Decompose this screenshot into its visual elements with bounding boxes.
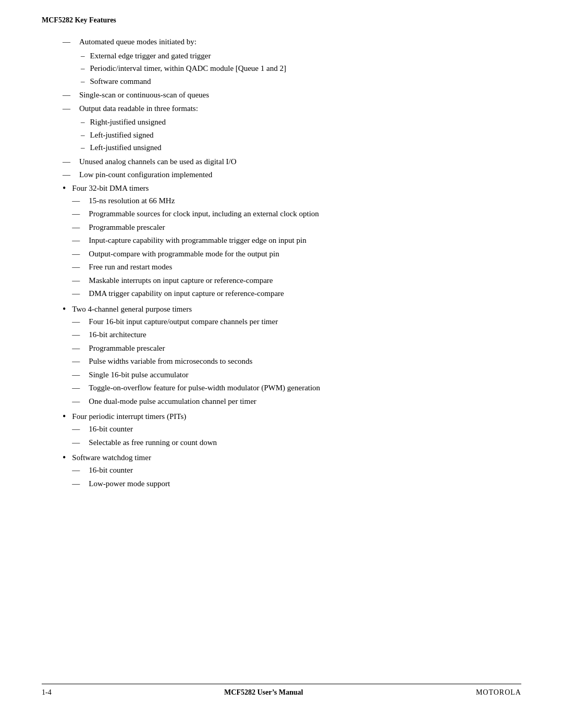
main-content: — Automated queue modes initiated by: – … [42,34,521,684]
item-text: Left-justified unsigned [90,142,162,154]
item-text: Maskable interrupts on input capture or … [89,275,273,287]
item-text: Automated queue modes initiated by: [79,36,197,48]
item-text: Pulse widths variable from microseconds … [89,355,252,367]
item-text: Programmable prescaler [89,342,165,354]
em-dash-icon: — [72,396,83,408]
page-footer: 1-4 MCF5282 User’s Manual MOTOROLA [42,684,521,697]
queue-sub-list: – External edge trigger and gated trigge… [81,50,521,88]
list-item: — Selectable as free running or count do… [72,437,521,449]
item-text: Programmable prescaler [89,221,165,233]
list-item: — Programmable sources for clock input, … [72,208,521,220]
item-text: Free run and restart modes [89,261,172,273]
item-text: 16-bit counter [89,464,133,476]
em-dash-icon: — [72,342,83,354]
list-item: — Output data readable in three formats: [63,103,521,115]
bullet-content: Two 4-channel general purpose timers — F… [72,305,521,410]
list-item: — Low-power mode support [72,478,521,490]
sub-dash-icon: – [81,76,85,88]
item-text: One dual-mode pulse accumulation channel… [89,396,256,408]
list-item: — Four 16-bit input capture/output compa… [72,316,521,328]
footer-document-title: MCF5282 User’s Manual [224,688,303,697]
header-title: MCF5282 Key Features [42,16,116,24]
list-item: — Low pin-count configuration implemente… [63,169,521,181]
list-item: — Programmable prescaler [72,342,521,354]
analog-list: — Unused analog channels can be used as … [63,156,521,181]
item-text: Periodic/interval timer, within QADC mod… [90,63,286,75]
sub-dash-icon: – [81,50,85,62]
list-item: — 15-ns resolution at 66 MHz [72,195,521,207]
item-text: Right-justified unsigned [90,116,166,128]
item-text: 15-ns resolution at 66 MHz [89,195,175,207]
item-text: Single-scan or continuous-scan of queues [79,89,209,101]
em-dash-icon: — [63,156,74,168]
list-item: — 16-bit architecture [72,329,521,341]
list-item: – Software command [81,76,521,88]
em-dash-icon: — [72,261,83,273]
list-item: – Right-justified unsigned [81,116,521,128]
dma-sub-list: — 15-ns resolution at 66 MHz — Programma… [72,195,521,300]
gpt-sub-list: — Four 16-bit input capture/output compa… [72,316,521,408]
list-item: — 16-bit counter [72,464,521,476]
item-text: DMA trigger capability on input capture … [89,288,284,300]
list-item: — Maskable interrupts on input capture o… [72,275,521,287]
item-text: Unused analog channels can be used as di… [79,156,237,168]
item-text: Output-compare with programmable mode fo… [89,248,279,260]
scan-list: — Single-scan or continuous-scan of queu… [63,89,521,114]
bullet-icon: • [63,183,66,194]
bullet-icon: • [63,452,66,463]
list-item: – Periodic/interval timer, within QADC m… [81,63,521,75]
bullet-label: Four periodic interrupt timers (PITs) [72,412,186,421]
list-item: – Left-justified unsigned [81,142,521,154]
em-dash-icon: — [72,478,83,490]
dma-timers-section: • Four 32-bit DMA timers — 15-ns resolut… [63,184,521,302]
list-item: — One dual-mode pulse accumulation chann… [72,396,521,408]
sub-dash-icon: – [81,129,85,141]
em-dash-icon: — [72,329,83,341]
sub-dash-icon: – [81,63,85,75]
em-dash-icon: — [72,382,83,394]
em-dash-icon: — [72,437,83,449]
item-text: Left-justified signed [90,129,154,141]
footer-brand: MOTOROLA [476,688,521,697]
em-dash-icon: — [63,103,74,115]
watchdog-section: • Software watchdog timer — 16-bit count… [63,453,521,491]
sub-dash-icon: – [81,142,85,154]
item-text: Single 16-bit pulse accumulator [89,369,188,381]
item-text: Four 16-bit input capture/output compare… [89,316,278,328]
em-dash-icon: — [72,221,83,233]
list-item: — Free run and restart modes [72,261,521,273]
pit-sub-list: — 16-bit counter — Selectable as free ru… [72,423,521,448]
automated-queue-section: — Automated queue modes initiated by: [63,36,521,48]
list-item: – External edge trigger and gated trigge… [81,50,521,62]
em-dash-icon: — [72,275,83,287]
bullet-icon: • [63,304,66,315]
page: MCF5282 Key Features — Automated queue m… [0,0,563,728]
watchdog-sub-list: — 16-bit counter — Low-power mode suppor… [72,464,521,489]
em-dash-icon: — [72,423,83,435]
bullet-content: Four periodic interrupt timers (PITs) — … [72,412,521,450]
bullet-icon: • [63,411,66,422]
sub-dash-icon: – [81,116,85,128]
bullet-label: Software watchdog timer [72,453,151,462]
item-text: Input-capture capability with programmab… [89,235,306,246]
item-text: External edge trigger and gated trigger [90,50,211,62]
list-item: — Pulse widths variable from microsecond… [72,355,521,367]
em-dash-icon: — [63,169,74,181]
list-item: — Input-capture capability with programm… [72,235,521,246]
em-dash-icon: — [72,208,83,220]
list-item: – Left-justified signed [81,129,521,141]
item-text: Low pin-count configuration implemented [79,169,212,181]
gpt-section: • Two 4-channel general purpose timers —… [63,305,521,410]
list-item: — 16-bit counter [72,423,521,435]
pit-section: • Four periodic interrupt timers (PITs) … [63,412,521,450]
item-text: 16-bit counter [89,423,133,435]
em-dash-icon: — [63,89,74,101]
item-text: Selectable as free running or count down [89,437,217,449]
em-dash-icon: — [72,288,83,300]
em-dash-icon: — [72,316,83,328]
output-formats-list: – Right-justified unsigned – Left-justif… [81,116,521,154]
list-item: — Toggle-on-overflow feature for pulse-w… [72,382,521,394]
list-item: — Output-compare with programmable mode … [72,248,521,260]
item-text: Software command [90,76,151,88]
em-dash-icon: — [72,195,83,207]
